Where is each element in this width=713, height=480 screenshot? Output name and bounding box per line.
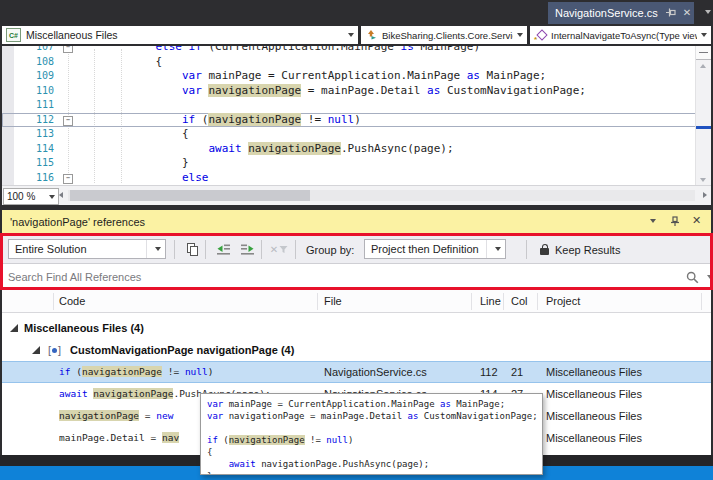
remove-filters-button[interactable]: ✕	[267, 239, 291, 259]
member-dropdown-value: InternalNavigateToAsync(Type viewM	[551, 30, 697, 41]
tooltip-code-line: {	[207, 446, 536, 458]
group-label: Miscellaneous Files (4)	[24, 317, 144, 339]
line-number: 109	[2, 69, 62, 84]
remove-filters-icon: ✕	[270, 244, 278, 255]
editor-bottom-bar: 100 %	[2, 185, 711, 205]
horizontal-scrollbar-thumb[interactable]	[70, 190, 310, 201]
toolbar-separator	[205, 240, 206, 259]
document-tab[interactable]: NavigationService.cs ✕	[548, 2, 694, 24]
results-group-row[interactable]: Miscellaneous Files (4)	[2, 317, 711, 339]
tooltip-code-line: var navigationPage = mainPage.Detail as …	[207, 410, 536, 422]
code-line-116[interactable]: 116− else	[2, 171, 696, 186]
close-icon[interactable]: ✕	[683, 8, 691, 18]
line-number: 111	[2, 98, 62, 113]
line-number: 116	[2, 171, 62, 186]
class-icon	[365, 28, 378, 42]
code-line-115[interactable]: 115 }	[2, 156, 696, 171]
tooltip-code-line: await navigationPage.PushAsync(page);	[207, 458, 536, 470]
line-number: 112	[2, 113, 62, 128]
outdent-button[interactable]	[211, 239, 235, 259]
code-line-111[interactable]: 111	[2, 98, 696, 113]
scroll-up-icon[interactable]	[700, 64, 706, 68]
code-line-109[interactable]: 109 var mainPage = CurrentApplication.Ma…	[2, 69, 696, 84]
fold-collapse-icon[interactable]: −	[63, 116, 73, 126]
toolbar-separator	[526, 240, 527, 259]
code-line-113[interactable]: 113 {	[2, 127, 696, 142]
csharp-file-icon: C#	[6, 28, 21, 42]
document-tab-strip: NavigationService.cs ✕	[0, 0, 713, 24]
result-code: if (navigationPage != null)	[59, 361, 214, 383]
copy-button[interactable]	[181, 239, 203, 259]
pin-icon[interactable]	[665, 7, 676, 20]
project-dropdown[interactable]: C# Miscellaneous Files	[2, 26, 358, 44]
column-header-file[interactable]: File	[324, 290, 342, 313]
keep-results-label: Keep Results	[555, 244, 620, 256]
tab-title: NavigationService.cs	[555, 7, 658, 19]
results-group-row[interactable]: []CustomNavigationPage navigationPage (4…	[2, 339, 711, 361]
toolbar-separator	[295, 240, 296, 259]
chevron-down-icon	[348, 33, 354, 37]
reference-result-row[interactable]: if (navigationPage != null)NavigationSer…	[2, 361, 711, 383]
scope-dropdown[interactable]: Entire Solution	[8, 239, 166, 259]
line-number: 113	[2, 127, 62, 142]
type-dropdown[interactable]: BikeSharing.Clients.Core.Services.Nav	[361, 26, 527, 44]
splitter-handle-icon[interactable]	[696, 46, 711, 60]
group-by-dropdown[interactable]: Project then Definition	[364, 239, 506, 259]
search-options-chevron-icon[interactable]	[707, 275, 713, 279]
indent-button[interactable]	[235, 239, 259, 259]
scroll-left-icon[interactable]	[59, 192, 63, 198]
line-number: 115	[2, 156, 62, 171]
code-line-112[interactable]: 112− if (navigationPage != null)	[2, 113, 696, 128]
member-dropdown[interactable]: * InternalNavigateToAsync(Type viewM	[530, 26, 711, 44]
fold-collapse-icon[interactable]: −	[63, 174, 73, 184]
method-icon: *	[534, 29, 547, 42]
keep-results-button[interactable]: Keep Results	[540, 236, 620, 263]
expander-icon[interactable]	[32, 346, 40, 354]
tooltip-code-line	[207, 422, 536, 434]
references-panel-title-bar[interactable]: 'navigationPage' references ✕	[2, 210, 711, 233]
line-number: 108	[2, 55, 62, 70]
search-input[interactable]	[6, 266, 650, 287]
fold-collapse-icon[interactable]: −	[63, 46, 73, 53]
lock-icon	[540, 248, 549, 255]
indent-icon	[240, 243, 255, 256]
editor-navigation-bar: C# Miscellaneous Files BikeSharing.Clien…	[0, 24, 713, 46]
references-toolbar: Entire Solution ✕	[2, 236, 711, 263]
zoom-level-dropdown[interactable]: 100 %	[3, 188, 59, 205]
result-project: Miscellaneous Files	[546, 383, 642, 405]
tab-list-chevron-icon[interactable]	[705, 10, 711, 14]
pin-icon[interactable]	[670, 216, 680, 229]
group-label: CustomNavigationPage navigationPage (4)	[70, 339, 294, 361]
expander-icon[interactable]	[10, 324, 18, 332]
code-line-110[interactable]: 110 var navigationPage = mainPage.Detail…	[2, 84, 696, 99]
toolbar-separator	[261, 240, 262, 259]
code-editor[interactable]: 107− else if (CurrentApplication.MainPag…	[2, 46, 711, 185]
result-project: Miscellaneous Files	[546, 405, 642, 427]
line-number: 110	[2, 84, 62, 99]
visual-studio-window: NavigationService.cs ✕ C# Miscellaneous …	[0, 0, 713, 480]
result-project: Miscellaneous Files	[546, 427, 642, 449]
result-code: mainPage.Detail = nav	[59, 427, 179, 449]
references-search-bar	[2, 263, 711, 288]
scroll-down-icon[interactable]	[700, 178, 706, 182]
chevron-down-icon	[517, 33, 523, 37]
window-menu-chevron-icon[interactable]	[650, 219, 656, 223]
close-icon[interactable]: ✕	[692, 214, 701, 227]
outdent-icon	[216, 243, 231, 256]
current-line-scroll-marker	[696, 126, 711, 129]
code-line-108[interactable]: 108 {	[2, 55, 696, 70]
column-header-line[interactable]: Line	[480, 290, 501, 313]
tooltip-code-line: if (navigationPage != null)	[207, 434, 536, 446]
scroll-right-icon[interactable]	[703, 192, 707, 198]
column-header-col[interactable]: Col	[511, 290, 528, 313]
code-line-114[interactable]: 114 await navigationPage.PushAsync(page)…	[2, 142, 696, 157]
editor-vertical-scrollbar[interactable]	[695, 46, 711, 185]
tooltip-code-line: }	[207, 470, 536, 475]
local-variable-icon: []	[48, 339, 61, 361]
column-header-code[interactable]: Code	[59, 290, 85, 313]
code-line-107[interactable]: 107− else if (CurrentApplication.MainPag…	[2, 46, 696, 55]
search-icon[interactable]	[686, 270, 699, 288]
copy-icon	[187, 243, 198, 255]
column-header-project[interactable]: Project	[546, 290, 580, 313]
code-preview-tooltip: var mainPage = CurrentApplication.MainPa…	[200, 393, 543, 475]
